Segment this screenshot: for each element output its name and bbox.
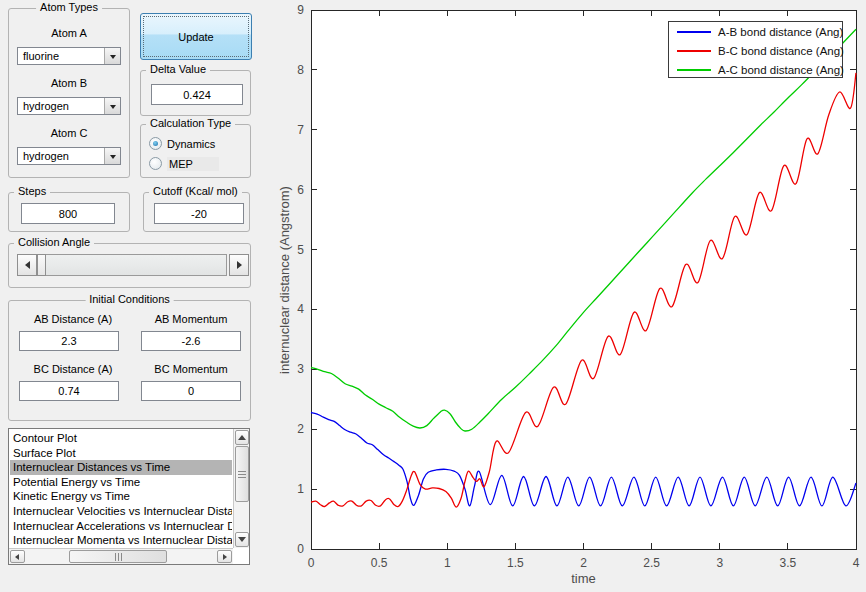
cutoff-title: Cutoff (Kcal/ mol) [149,185,242,197]
slider-thumb[interactable] [37,254,46,276]
bc-distance-field[interactable]: 0.74 [19,381,119,401]
list-item[interactable]: Contour Plot [10,431,232,446]
chart-legend: A-B bond distance (Ang) B-C bond distanc… [668,21,843,78]
list-item[interactable]: Surface Plot [10,446,232,461]
chevron-down-icon [110,155,116,162]
bc-distance-label: BC Distance (A) [19,363,127,375]
arrow-right-icon [237,261,246,269]
atom-a-dropdown[interactable]: fluorine [17,47,121,65]
list-item[interactable]: Internuclear Velocities vs Internuclear … [10,504,232,519]
x-tick-label: 0.5 [371,556,388,570]
calculation-type-panel: Calculation Type Dynamics MEP [140,124,251,178]
atom-c-dropdown-button[interactable] [104,148,120,164]
plot-type-listbox[interactable]: Contour Plot Surface Plot Internuclear D… [8,428,250,565]
x-axis-label: time [311,571,856,586]
arrow-right-icon [223,554,230,560]
y-tick-label: 5 [297,243,304,257]
bc-momentum-field[interactable]: 0 [141,381,241,401]
y-tick-label: 4 [297,302,304,316]
collision-angle-panel: Collision Angle [8,243,251,288]
arrow-down-icon [238,537,246,546]
update-button[interactable]: Update [140,13,252,60]
x-tick-label: 3.5 [780,556,797,570]
atom-c-label: Atom C [9,127,129,139]
scroll-up-button[interactable] [235,430,249,445]
arrow-up-icon [238,431,246,440]
atom-types-title: Atom Types [36,1,102,13]
ab-momentum-field[interactable]: -2.6 [141,331,241,351]
x-tick-label: 2.5 [643,556,660,570]
x-tick-label: 1 [444,556,451,570]
ab-distance-label: AB Distance (A) [19,313,127,325]
legend-label: B-C bond distance (Ang) [718,45,844,57]
chart-canvas: 00.511.522.533.540123456789 [260,0,866,592]
legend-entry: B-C bond distance (Ang) [669,41,842,60]
scroll-right-button[interactable] [217,550,232,563]
radio-mep-label: MEP [167,157,219,171]
legend-label: A-B bond distance (Ang) [718,26,843,38]
scroll-left-button[interactable] [10,550,25,563]
scroll-down-button[interactable] [235,532,249,547]
radio-mep-icon[interactable] [149,157,162,170]
radio-dynamics[interactable]: Dynamics [149,136,215,151]
list-item[interactable]: Kinetic Energy vs Time [10,489,232,504]
x-tick-label: 0 [308,556,315,570]
legend-entry: A-C bond distance (Ang) [669,60,842,79]
radio-dynamics-label: Dynamics [167,138,215,150]
x-tick-label: 3 [716,556,723,570]
delta-value-field[interactable]: 0.424 [151,84,243,105]
atom-c-dropdown[interactable]: hydrogen [17,147,121,165]
atom-c-value: hydrogen [23,148,69,164]
chevron-down-icon [110,105,116,112]
atom-b-dropdown-button[interactable] [104,98,120,114]
ab-distance-field[interactable]: 2.3 [19,331,119,351]
plot-type-items: Contour Plot Surface Plot Internuclear D… [10,431,232,547]
atom-b-label: Atom B [9,77,129,89]
y-tick-label: 0 [297,542,304,556]
cutoff-field[interactable]: -20 [154,203,244,224]
atom-b-value: hydrogen [23,98,69,114]
delta-value-panel: Delta Value 0.424 [140,70,251,116]
list-item[interactable]: Potential Energy vs Time [10,475,232,490]
x-tick-label: 2 [580,556,587,570]
y-tick-label: 3 [297,362,304,376]
list-item[interactable]: Internuclear Momenta vs Internuclear Dis… [10,533,232,547]
plot-area [311,10,856,549]
slider-track[interactable] [37,254,227,276]
legend-line-sample [677,31,711,33]
y-axis-label: internuclear distance (Angstrom) [277,186,292,374]
atom-a-dropdown-button[interactable] [104,48,120,64]
y-tick-label: 8 [297,63,304,77]
y-tick-label: 9 [297,3,304,17]
vertical-scrollbar[interactable] [233,429,249,548]
collision-angle-slider[interactable] [17,254,247,276]
radio-dynamics-icon[interactable] [149,137,162,150]
calculation-type-title: Calculation Type [146,117,235,129]
slider-left-button[interactable] [17,254,37,276]
legend-line-sample [677,50,711,52]
arrow-left-icon [12,554,19,560]
legend-line-sample [677,69,711,71]
list-item[interactable]: Internuclear Distances vs Time [10,460,232,475]
y-tick-label: 2 [297,422,304,436]
collision-angle-title: Collision Angle [14,236,94,248]
steps-field[interactable]: 800 [21,203,115,224]
vertical-scroll-thumb[interactable] [235,446,249,502]
cutoff-panel: Cutoff (Kcal/ mol) -20 [143,192,250,232]
list-item[interactable]: Internuclear Accelerations vs Internucle… [10,519,232,534]
slider-right-button[interactable] [229,254,249,276]
initial-conditions-panel: Initial Conditions AB Distance (A) AB Mo… [8,300,251,421]
y-tick-label: 6 [297,183,304,197]
x-tick-label: 1.5 [507,556,524,570]
x-tick-label: 4 [853,556,860,570]
atom-a-value: fluorine [23,48,59,64]
horizontal-scroll-thumb[interactable] [69,550,167,563]
legend-entry: A-B bond distance (Ang) [669,22,842,41]
y-tick-label: 7 [297,123,304,137]
initial-conditions-title: Initial Conditions [85,293,174,305]
radio-mep[interactable]: MEP [149,156,219,171]
legend-label: A-C bond distance (Ang) [718,64,844,76]
atom-b-dropdown[interactable]: hydrogen [17,97,121,115]
ab-momentum-label: AB Momentum [141,313,241,325]
horizontal-scrollbar[interactable] [9,548,233,564]
